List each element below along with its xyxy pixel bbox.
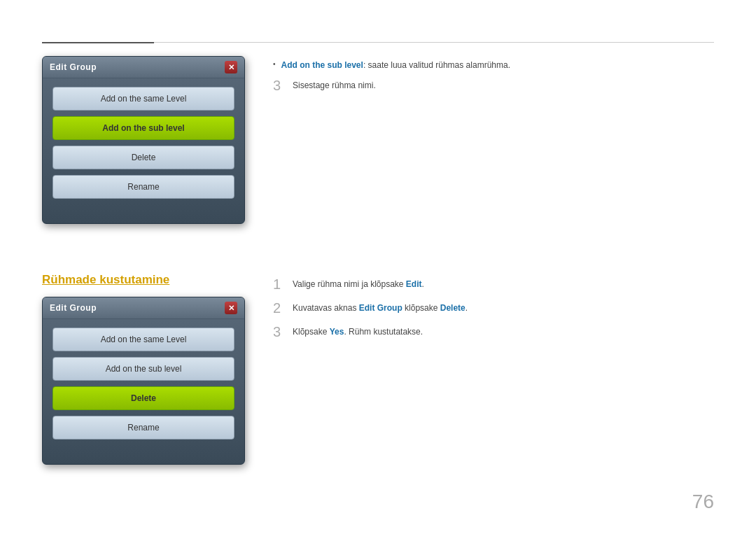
page-number: 76 xyxy=(692,491,714,513)
dialog-close-button-top[interactable]: ✕ xyxy=(225,61,237,73)
dialog-close-button-bottom[interactable]: ✕ xyxy=(225,302,237,314)
add-sub-level-button-bottom[interactable]: Add on the sub level xyxy=(52,357,234,381)
rename-button-top[interactable]: Rename xyxy=(52,175,234,199)
edit-group-dialog-bottom: Edit Group ✕ Add on the same Level Add o… xyxy=(42,297,245,465)
step-text-1: Valige rühma nimi ja klõpsake Edit. xyxy=(293,276,424,290)
step-text-3-bottom: Klõpsake Yes. Rühm kustutatakse. xyxy=(293,323,423,338)
step-3-bottom: 3 Klõpsake Yes. Rühm kustutatakse. xyxy=(273,323,714,340)
rename-button-bottom[interactable]: Rename xyxy=(52,416,234,440)
dialog-title-bottom: Edit Group xyxy=(50,303,97,313)
edit-link-1: Edit xyxy=(406,279,422,289)
dialog-title-top: Edit Group xyxy=(50,62,97,72)
bullet-item-sub-level: • Add on the sub level: saate luua valit… xyxy=(273,59,714,71)
add-sub-level-button-top[interactable]: Add on the sub level xyxy=(52,116,234,140)
step-number-3-top: 3 xyxy=(273,77,286,94)
step-number-3-bottom: 3 xyxy=(273,323,286,340)
delete-link-2: Delete xyxy=(440,303,465,313)
step-2-bottom: 2 Kuvatavas aknas Edit Group klõpsake De… xyxy=(273,300,714,316)
step-text-2: Kuvatavas aknas Edit Group klõpsake Dele… xyxy=(293,300,468,314)
delete-button-bottom[interactable]: Delete xyxy=(52,386,234,410)
edit-group-link-2: Edit Group xyxy=(359,303,402,313)
dialog-body-top: Add on the same Level Add on the sub lev… xyxy=(43,78,244,207)
bullet-rest: : saate luua valitud rühmas alamrühma. xyxy=(363,60,510,70)
delete-button-top[interactable]: Delete xyxy=(52,146,234,169)
step-1-bottom: 1 Valige rühma nimi ja klõpsake Edit. xyxy=(273,276,714,293)
bottom-right-content: 1 Valige rühma nimi ja klõpsake Edit. 2 … xyxy=(273,273,714,465)
dialog-titlebar-top: Edit Group ✕ xyxy=(43,57,244,78)
dialog-body-bottom: Add on the same Level Add on the sub lev… xyxy=(43,319,244,448)
bullet-text-sub-level: Add on the sub level: saate luua valitud… xyxy=(281,59,510,71)
add-same-level-button-top[interactable]: Add on the same Level xyxy=(52,87,234,111)
step-number-1: 1 xyxy=(273,276,286,293)
section-heading: Rühmade kustutamine xyxy=(42,273,245,287)
top-right-content: • Add on the sub level: saate luua valit… xyxy=(273,56,714,224)
bullet-dot: • xyxy=(273,60,276,68)
add-same-level-button-bottom[interactable]: Add on the same Level xyxy=(52,328,234,351)
sub-level-link: Add on the sub level xyxy=(281,60,363,70)
edit-group-dialog-top: Edit Group ✕ Add on the same Level Add o… xyxy=(42,56,245,224)
page-container: Edit Group ✕ Add on the same Level Add o… xyxy=(0,0,756,534)
dialog-titlebar-bottom: Edit Group ✕ xyxy=(43,297,244,319)
step-3-top: 3 Sisestage rühma nimi. xyxy=(273,77,714,94)
top-section: Edit Group ✕ Add on the same Level Add o… xyxy=(42,56,714,224)
step-number-2: 2 xyxy=(273,300,286,316)
top-rule-short xyxy=(42,42,154,43)
yes-link-3: Yes xyxy=(330,327,344,337)
step-text-3-top: Sisestage rühma nimi. xyxy=(293,77,376,92)
bottom-section: Rühmade kustutamine Edit Group ✕ Add on … xyxy=(42,273,714,465)
bottom-left-col: Rühmade kustutamine Edit Group ✕ Add on … xyxy=(42,273,245,465)
